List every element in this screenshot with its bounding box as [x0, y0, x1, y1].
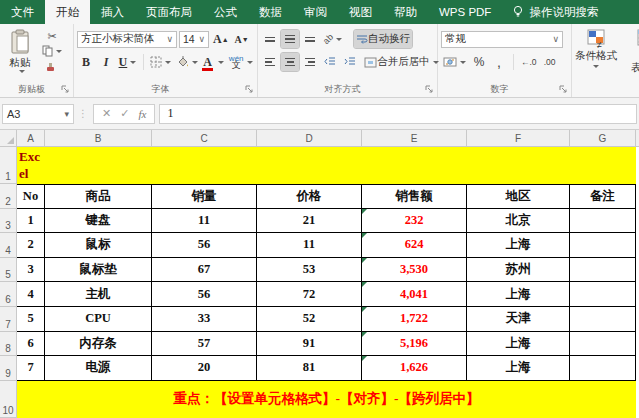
cell-sales[interactable]: 624	[362, 233, 467, 258]
cancel-button[interactable]: ✕	[102, 107, 111, 120]
borders-button[interactable]	[149, 53, 173, 71]
cell[interactable]: 电源	[45, 356, 152, 381]
name-box[interactable]: A3 ▾	[2, 104, 74, 124]
cell[interactable]: 鼠标垫	[45, 258, 152, 283]
tell-me-search[interactable]: 操作说明搜索	[502, 0, 608, 24]
cell-sales[interactable]: 5,196	[362, 332, 467, 357]
formula-input[interactable]: 1	[159, 104, 637, 124]
row-header-4[interactable]: 4	[0, 233, 17, 258]
row-header-2[interactable]: 2	[0, 184, 17, 209]
cell[interactable]	[570, 258, 636, 283]
accounting-format-button[interactable]	[441, 53, 468, 71]
tab-insert[interactable]: 插入	[90, 0, 135, 24]
tab-page-layout[interactable]: 页面布局	[135, 0, 203, 24]
tab-wps-pdf[interactable]: WPS PDF	[428, 0, 502, 24]
cell[interactable]: 57	[152, 332, 257, 357]
cell[interactable]: 3	[17, 258, 45, 283]
note-band[interactable]: 重点：【设置单元格格式】-【对齐】-【跨列居中】	[17, 381, 636, 418]
header-cell-product[interactable]: 商品	[45, 184, 152, 209]
cell[interactable]: 52	[257, 307, 362, 332]
cell[interactable]: 2	[17, 233, 45, 258]
cell[interactable]: 91	[257, 332, 362, 357]
cell[interactable]	[570, 282, 636, 307]
cell[interactable]: 内存条	[45, 332, 152, 357]
tab-data[interactable]: 数据	[248, 0, 293, 24]
cell[interactable]: 1	[17, 209, 45, 234]
cell[interactable]: 56	[152, 282, 257, 307]
copy-button[interactable]	[40, 44, 64, 58]
cell[interactable]: 北京	[467, 209, 570, 234]
cell[interactable]: 4	[17, 282, 45, 307]
cell[interactable]: 6	[17, 332, 45, 357]
cell[interactable]: 苏州	[467, 258, 570, 283]
insert-function-button[interactable]: fx	[138, 108, 146, 120]
align-center-button[interactable]	[281, 53, 299, 71]
row-header-7[interactable]: 7	[0, 307, 17, 332]
cell[interactable]: 56	[152, 233, 257, 258]
paste-button[interactable]: 粘贴	[3, 29, 37, 73]
col-header-F[interactable]: F	[467, 130, 570, 147]
cell[interactable]	[570, 307, 636, 332]
increase-indent-button[interactable]	[341, 53, 359, 71]
cell[interactable]: 上海	[467, 332, 570, 357]
cell-sales[interactable]: 232	[362, 209, 467, 234]
cut-button[interactable]: ✂	[40, 29, 64, 43]
format-painter-button[interactable]	[40, 59, 64, 73]
header-cell-qty[interactable]: 销量	[152, 184, 257, 209]
cell[interactable]: 键盘	[45, 209, 152, 234]
cell-sales[interactable]: 3,530	[362, 258, 467, 283]
cell[interactable]: CPU	[45, 307, 152, 332]
title-cell[interactable]: Excel	[17, 147, 47, 184]
cell[interactable]	[570, 209, 636, 234]
fill-color-button[interactable]	[175, 53, 200, 71]
wrap-text-button[interactable]: 自动换行	[354, 30, 412, 48]
cell[interactable]: 67	[152, 258, 257, 283]
conditional-formatting-button[interactable]: ≠ 条件格式	[575, 29, 617, 75]
cell[interactable]: 21	[257, 209, 362, 234]
cell[interactable]: 天津	[467, 307, 570, 332]
font-color-button[interactable]: A	[202, 53, 226, 71]
cell[interactable]: 33	[152, 307, 257, 332]
cell-sales[interactable]: 4,041	[362, 282, 467, 307]
grow-font-button[interactable]: A▲	[211, 30, 231, 48]
cell[interactable]	[570, 332, 636, 357]
tab-home[interactable]: 开始	[45, 0, 90, 24]
decrease-decimal-button[interactable]: .00	[541, 53, 559, 71]
cell[interactable]: 11	[152, 209, 257, 234]
row-header-3[interactable]: 3	[0, 209, 17, 234]
header-cell-remark[interactable]: 备注	[570, 184, 636, 209]
tab-formulas[interactable]: 公式	[203, 0, 248, 24]
cell[interactable]: 鼠标	[45, 233, 152, 258]
cell[interactable]	[570, 233, 636, 258]
cell[interactable]: 53	[257, 258, 362, 283]
tab-help[interactable]: 帮助	[383, 0, 428, 24]
format-as-table-button[interactable]: 套 表格格	[631, 29, 639, 75]
header-cell-price[interactable]: 价格	[257, 184, 362, 209]
col-header-C[interactable]: C	[152, 130, 257, 147]
align-middle-button[interactable]	[281, 30, 299, 48]
decrease-indent-button[interactable]	[321, 53, 339, 71]
cell[interactable]: 72	[257, 282, 362, 307]
merge-center-button[interactable]: 合并后居中	[369, 53, 434, 71]
orientation-button[interactable]: ab	[321, 30, 344, 48]
col-header-G[interactable]: G	[570, 130, 636, 147]
header-cell-sales[interactable]: 销售额	[362, 184, 467, 209]
cell[interactable]: 上海	[467, 233, 570, 258]
percent-style-button[interactable]: %	[470, 53, 488, 71]
number-format-combobox[interactable]: 常规 ∨	[441, 31, 563, 48]
align-right-button[interactable]	[301, 53, 319, 71]
italic-button[interactable]: I	[97, 53, 115, 71]
row-header-9[interactable]: 9	[0, 356, 17, 381]
align-top-button[interactable]	[261, 30, 279, 48]
col-header-E[interactable]: E	[362, 130, 467, 147]
enter-button[interactable]: ✓	[120, 107, 129, 120]
bold-button[interactable]: B	[77, 53, 95, 71]
col-header-A[interactable]: A	[17, 130, 45, 147]
comma-style-button[interactable]: ,	[490, 53, 508, 71]
row-header-1[interactable]: 1	[0, 147, 17, 184]
align-bottom-button[interactable]	[301, 30, 319, 48]
row-header-5[interactable]: 5	[0, 258, 17, 283]
cell[interactable]: 20	[152, 356, 257, 381]
tab-review[interactable]: 审阅	[293, 0, 338, 24]
select-all-corner[interactable]	[0, 130, 17, 147]
